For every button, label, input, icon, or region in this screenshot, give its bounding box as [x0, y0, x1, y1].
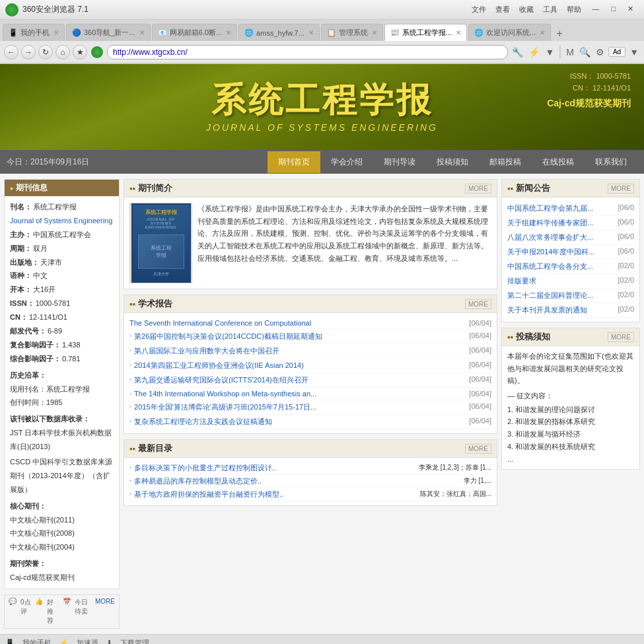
academic-item-text-4[interactable]: 第九届交通运输研究国际会议(ICTTS'2014)在绍兴召开: [134, 375, 466, 385]
tab-phone[interactable]: 📱 我的手机 ✕: [3, 24, 65, 41]
tab-admin-close[interactable]: ✕: [372, 29, 377, 36]
list-item: · 基于地方政府担保的投融资平台融资行为模型.. 陈其安；张红真；高国...: [129, 488, 491, 501]
more-link[interactable]: MORE: [95, 598, 115, 626]
nav-submission-notice[interactable]: 投稿须知: [426, 151, 479, 173]
honor-label: 期刊荣誉：: [10, 557, 114, 571]
menu-tools[interactable]: 工具: [539, 4, 561, 15]
refresh-button[interactable]: ↻: [38, 45, 53, 59]
toolbar-settings-icon[interactable]: ⚙: [594, 46, 606, 59]
nav-online-submit[interactable]: 在线投稿: [532, 151, 585, 173]
menu-view[interactable]: 查看: [491, 4, 514, 15]
tab-add-button[interactable]: +: [552, 26, 567, 41]
news-title: ▪▪ 新闻公告: [507, 182, 550, 194]
tab-amss-close[interactable]: ✕: [308, 29, 314, 36]
nav-links: 期刊首页 学会介绍 期刊导读 投稿须知 邮箱投稿 在线投稿 联系我们: [268, 151, 637, 173]
ad-label[interactable]: Ad: [608, 47, 626, 57]
submission-more[interactable]: MORE: [608, 332, 634, 342]
bookmark-button[interactable]: ★: [73, 45, 87, 59]
news-list: 中国系统工程学会第九届... [06/0 关于组建科学传播专家团... [06/…: [502, 197, 639, 322]
window-max[interactable]: □: [606, 4, 621, 15]
main-content: ▪ 期刊信息 刊名： 系统工程学报 Journal of Systems Eng…: [0, 174, 644, 634]
news-item-text-7[interactable]: 关于本刊开具发票的通知: [507, 305, 616, 315]
academic-item-text-5[interactable]: The 14th International Workshop on Meta-…: [134, 390, 466, 398]
toolbar-icon-1[interactable]: 🔧: [511, 46, 524, 59]
tab-phone-close[interactable]: ✕: [54, 29, 59, 36]
tab-email[interactable]: 📧 网易邮箱6.0断... ✕: [152, 24, 237, 41]
back-button[interactable]: ←: [4, 45, 18, 59]
toolbar-search-icon[interactable]: 🔍: [578, 46, 592, 59]
academic-item-text-6[interactable]: 2015年全国'算法博弈论'高级讲习班(2015年7月15-17日...: [134, 402, 466, 412]
toolbar-icon-3[interactable]: ▼: [544, 46, 555, 59]
menu-file[interactable]: 文件: [468, 4, 490, 15]
news-item-text-0[interactable]: 中国系统工程学会第九届...: [507, 203, 616, 213]
tab-admin[interactable]: 📋 管理系统 ✕: [321, 24, 383, 41]
home-button[interactable]: ⌂: [55, 45, 70, 59]
field-sponsor-label: 主办：: [10, 228, 32, 242]
catalog-item-text-2[interactable]: 基于地方政府担保的投融资平台融资行为模型..: [134, 489, 417, 499]
field-name: 刊名： 系统工程学报: [10, 200, 114, 214]
academic-item-text-1[interactable]: 第26届中国控制与决策会议(2014CCDC)截稿日期延期通知: [134, 332, 466, 341]
news-item-text-5[interactable]: 排版要求: [507, 276, 616, 286]
tab-journal-close[interactable]: ✕: [456, 29, 461, 36]
journal-intro-more[interactable]: MORE: [465, 184, 491, 194]
toolbar-icon-2[interactable]: ⚡: [527, 46, 541, 59]
nav-email-submit[interactable]: 邮箱投稿: [479, 151, 532, 173]
toolbar-mail-icon[interactable]: M: [565, 46, 575, 59]
field-postal-label: 邮发代号：: [10, 324, 46, 338]
nav-home[interactable]: 期刊首页: [268, 151, 320, 173]
academic-item-text-2[interactable]: 第八届国际工业与应用数学大会将在中国召开: [134, 346, 466, 356]
academic-item-text-0[interactable]: The Seventh International Conference on …: [129, 319, 466, 327]
tab-welcome-close[interactable]: ✕: [540, 29, 545, 36]
submission-item-3: 3. 和谐发展与循环经济: [507, 428, 634, 441]
browser-chrome: 360安全浏览器 7.1 文件 查看 收藏 工具 帮助 — □ ✕ 📱 我的手机…: [0, 0, 644, 64]
nav-society[interactable]: 学会介绍: [320, 151, 373, 173]
news-item-date-3: [06/0: [618, 247, 634, 257]
tab-email-close[interactable]: ✕: [226, 29, 231, 36]
tab-welcome[interactable]: 🌐 欢迎访问系统... ✕: [468, 24, 551, 41]
academic-reports-header: ▪▪ 学术报告 MORE: [124, 295, 497, 313]
catalog-more[interactable]: MORE: [465, 444, 491, 454]
address-bar[interactable]: http://www.xtgcxb.cn/: [107, 45, 508, 59]
news-item-date-4: [02/0: [618, 262, 634, 271]
academic-item-text-7[interactable]: 复杂系统工程理论方法及实践会议征稿通知: [134, 417, 466, 427]
academic-item-text-3[interactable]: 2014第四届工业工程师协会亚洲会议(IIE Asian 2014): [134, 361, 466, 371]
news-item-date-2: [06/0: [618, 233, 634, 242]
360-shield-icon[interactable]: [91, 46, 103, 58]
catalog-item-text-1[interactable]: 多种易逝品的库存控制模型及动态定价..: [134, 476, 461, 486]
menu-favorites[interactable]: 收藏: [515, 4, 538, 15]
news-item-text-1[interactable]: 关于组建科学传播专家团...: [507, 218, 616, 228]
browser-logo: [5, 3, 18, 17]
academic-reports-more[interactable]: MORE: [465, 299, 491, 309]
tab-360nav-close[interactable]: ✕: [139, 29, 145, 36]
tab-admin-label: 管理系统: [339, 28, 368, 38]
tab-360nav[interactable]: 🔵 360导航_新一... ✕: [66, 24, 151, 41]
news-item-text-6[interactable]: 第二十二届全国科普理论...: [507, 291, 616, 301]
field-name-en: Journal of Systems Engineering: [10, 214, 114, 228]
news-more[interactable]: MORE: [608, 184, 634, 194]
journal-cover: 系统工程学报 JOURNAL OFSYSTEMS ENGINEERING 系统工…: [131, 203, 191, 283]
journal-info-header: ▪ 期刊信息: [5, 180, 119, 196]
catalog-item-author-0: 李乘龙 [1,2,3]；苏泰 [1...: [419, 463, 491, 473]
comment-icon: 💬: [9, 598, 17, 626]
field-location: 出版地： 天津市: [10, 256, 114, 269]
bottom-phone-icon[interactable]: 📱: [5, 639, 15, 644]
nav-guide[interactable]: 期刊导读: [373, 151, 426, 173]
news-item-text-4[interactable]: 中国系统工程学会各分支...: [507, 262, 616, 271]
menu-help[interactable]: 帮助: [563, 4, 585, 15]
field-language-label: 语种：: [10, 269, 32, 283]
tab-amss[interactable]: 🌐 amss_hyfw.7... ✕: [238, 24, 320, 41]
forward-button[interactable]: →: [21, 45, 36, 59]
window-controls[interactable]: 文件 查看 收藏 工具 帮助 — □ ✕: [468, 4, 639, 15]
window-min[interactable]: —: [587, 4, 604, 15]
catalog-item-text-0[interactable]: 多目标决策下的小批量生产过程控制图设计..: [134, 463, 416, 473]
nav-contact[interactable]: 联系我们: [585, 151, 637, 173]
browser-titlebar: 360安全浏览器 7.1 文件 查看 收藏 工具 帮助 — □ ✕: [0, 0, 644, 20]
list-item: 中国系统工程学会各分支... [02/0: [507, 260, 634, 274]
window-close[interactable]: ✕: [622, 4, 639, 15]
news-item-text-2[interactable]: 八届八次常务理事会扩大...: [507, 233, 616, 242]
academic-reports-title: ▪▪ 学术报告: [129, 298, 172, 310]
news-item-text-3[interactable]: 关于申报2014年度中国科...: [507, 247, 616, 257]
toolbar-more-icon[interactable]: ▼: [628, 46, 640, 59]
tab-journal[interactable]: 📰 系统工程学报... ✕: [384, 24, 467, 41]
tab-phone-label: 我的手机: [20, 28, 50, 38]
